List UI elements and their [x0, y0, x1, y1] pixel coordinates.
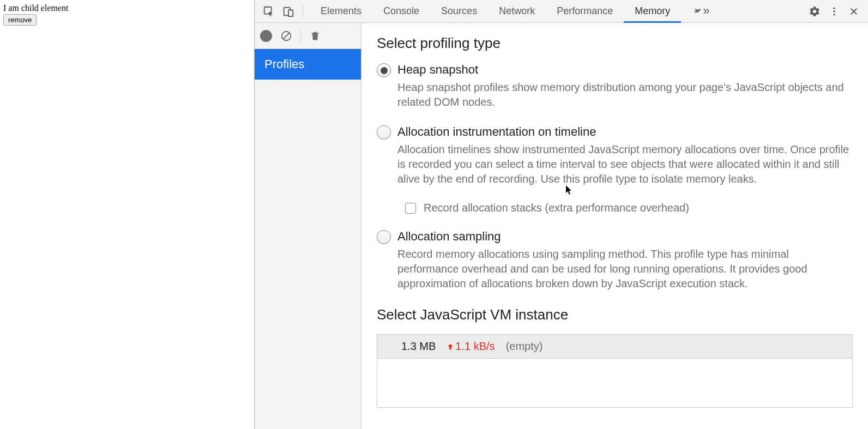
devtools-panel: Elements Console Sources Network Perform…: [255, 0, 868, 429]
sub-option-record-stacks[interactable]: Record allocation stacks (extra performa…: [405, 202, 853, 214]
vm-instance-heading: Select JavaScript VM instance: [377, 306, 853, 323]
separator: [300, 30, 301, 42]
tab-memory[interactable]: Memory: [624, 1, 681, 23]
vm-list-empty: [377, 359, 853, 408]
profiles-main: Select profiling type Heap snapshot Heap…: [361, 23, 868, 429]
separator: [303, 5, 303, 17]
tab-performance[interactable]: Performance: [546, 1, 624, 23]
profiles-sidebar: Profiles: [255, 23, 361, 429]
radio-allocation-sampling[interactable]: [377, 230, 391, 244]
option-desc: Heap snapshot profiles show memory distr…: [397, 80, 853, 110]
tab-elements[interactable]: Elements: [310, 1, 372, 23]
profiles-section-header[interactable]: Profiles: [255, 49, 361, 80]
profiling-type-heading: Select profiling type: [377, 35, 853, 52]
svg-point-4: [833, 10, 835, 12]
svg-rect-2: [288, 10, 293, 16]
more-icon[interactable]: [824, 1, 844, 22]
tab-sources[interactable]: Sources: [430, 1, 488, 23]
webpage-content: I am child element remove: [0, 0, 255, 429]
option-allocation-timeline[interactable]: Allocation instrumentation on timeline A…: [377, 125, 853, 186]
radio-allocation-timeline[interactable]: [377, 125, 391, 140]
vm-rate: 1.1 kB/s: [447, 340, 495, 353]
record-button[interactable]: [260, 30, 272, 42]
tab-overflow[interactable]: »: [681, 1, 720, 23]
option-desc: Record memory allocations using sampling…: [397, 247, 853, 291]
trash-icon[interactable]: [308, 28, 323, 44]
settings-icon[interactable]: [805, 1, 824, 22]
vm-size: 1.3 MB: [401, 340, 436, 353]
profiles-toolbar: [255, 23, 361, 49]
devtools-body: Profiles Select profiling type Heap snap…: [255, 23, 868, 429]
arrow-up-icon: [447, 342, 454, 351]
radio-heap-snapshot[interactable]: [377, 63, 391, 77]
sub-option-label: Record allocation stacks (extra performa…: [424, 202, 689, 214]
close-icon[interactable]: [844, 1, 864, 22]
svg-point-5: [833, 14, 835, 15]
option-title: Heap snapshot: [397, 63, 853, 77]
child-element-text: I am child element: [3, 3, 251, 13]
devtools-tabbar: Elements Console Sources Network Perform…: [255, 0, 868, 23]
vm-rate-value: 1.1 kB/s: [455, 340, 495, 353]
option-desc: Allocation timelines show instrumented J…: [397, 142, 853, 186]
vm-instance-row[interactable]: 1.3 MB 1.1 kB/s (empty): [377, 334, 853, 359]
tab-console[interactable]: Console: [372, 1, 430, 23]
devtools-tabs: Elements Console Sources Network Perform…: [310, 0, 720, 22]
vm-label: (empty): [506, 340, 543, 353]
device-toolbar-icon[interactable]: [279, 1, 298, 22]
tab-network[interactable]: Network: [488, 1, 546, 23]
clear-icon[interactable]: [279, 28, 294, 44]
svg-point-3: [833, 7, 835, 9]
option-heap-snapshot[interactable]: Heap snapshot Heap snapshot profiles sho…: [377, 63, 853, 110]
remove-button[interactable]: remove: [3, 14, 37, 26]
inspect-element-icon[interactable]: [259, 1, 279, 22]
option-allocation-sampling[interactable]: Allocation sampling Record memory alloca…: [377, 229, 853, 291]
option-title: Allocation sampling: [397, 229, 853, 244]
option-title: Allocation instrumentation on timeline: [397, 125, 853, 139]
checkbox-record-stacks[interactable]: [405, 203, 416, 214]
